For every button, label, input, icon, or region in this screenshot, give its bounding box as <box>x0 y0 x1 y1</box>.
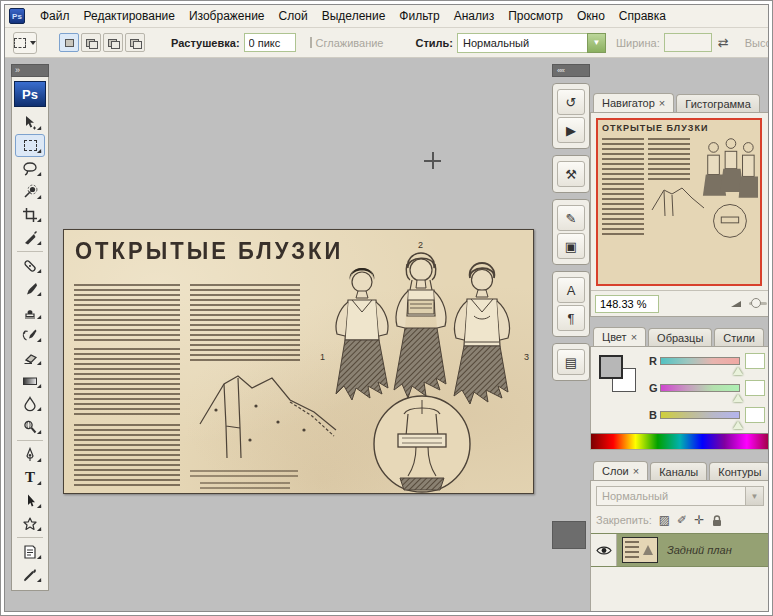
feather-label: Растушевка: <box>171 37 240 49</box>
dropdown-arrow-icon[interactable]: ▼ <box>587 33 606 53</box>
blur-tool[interactable] <box>15 392 45 415</box>
notes-tool[interactable] <box>15 540 45 563</box>
menu-select[interactable]: Выделение <box>315 6 393 26</box>
navigator-panel: Навигатор× Гистограмма ОТКРЫТЫЕ БЛУЗКИ <box>590 91 769 317</box>
lock-pixels-icon[interactable]: ✐ <box>677 513 687 527</box>
brush-tool[interactable] <box>15 277 45 300</box>
red-slider-thumb[interactable] <box>733 367 743 375</box>
add-to-selection-button[interactable] <box>81 33 101 52</box>
navigator-proxy-view[interactable]: ОТКРЫТЫЕ БЛУЗКИ <box>596 118 762 286</box>
tab-channels[interactable]: Каналы <box>650 462 707 480</box>
intersect-selection-button[interactable] <box>125 33 145 52</box>
chevron-down-icon <box>30 41 36 45</box>
tab-close-icon[interactable]: × <box>659 97 665 109</box>
layer-comps-panel-icon[interactable]: ▤ <box>557 349 585 375</box>
red-channel-slider[interactable] <box>660 357 740 365</box>
tool-flyout-indicator <box>37 578 41 582</box>
lock-position-icon[interactable]: ✛ <box>694 513 704 527</box>
healing-brush-tool[interactable] <box>15 254 45 277</box>
photoshop-logo[interactable]: Ps <box>14 81 46 107</box>
subtract-from-selection-button[interactable] <box>103 33 123 52</box>
crop-tool[interactable] <box>15 203 45 226</box>
layers-body: Нормальный ▼ Закрепить: ▨ ✐ ✛ <box>590 480 769 612</box>
tab-paths[interactable]: Контуры <box>709 462 769 480</box>
selection-mode-group <box>59 33 145 52</box>
menu-window[interactable]: Окно <box>570 6 612 26</box>
gradient-tool[interactable] <box>15 369 45 392</box>
type-tool[interactable]: T <box>15 466 45 489</box>
tab-swatches[interactable]: Образцы <box>648 328 712 346</box>
zoom-slider[interactable] <box>749 302 767 305</box>
history-panel-icon[interactable]: ↺ <box>557 89 585 115</box>
history-brush-tool[interactable] <box>15 323 45 346</box>
color-spectrum-ramp[interactable] <box>591 433 769 449</box>
layer-visibility-toggle[interactable] <box>591 534 617 566</box>
green-channel-slider[interactable] <box>660 384 740 392</box>
style-dropdown[interactable]: Нормальный ▼ <box>457 33 606 53</box>
layer-row-background[interactable]: Задний план <box>591 533 769 567</box>
zoom-percentage-input[interactable] <box>595 295 659 313</box>
quick-selection-tool[interactable] <box>15 180 45 203</box>
zoom-out-icon[interactable] <box>731 301 741 307</box>
add-selection-icon2 <box>89 41 98 49</box>
character-panel-icon[interactable]: A <box>557 277 585 303</box>
blue-channel-slider[interactable] <box>660 411 740 419</box>
slice-tool[interactable] <box>15 226 45 249</box>
green-value-input[interactable] <box>745 380 765 396</box>
tool-presets-panel-icon[interactable]: ⚒ <box>557 161 585 187</box>
tab-navigator[interactable]: Навигатор× <box>593 93 674 112</box>
new-selection-button[interactable] <box>59 33 79 52</box>
feather-input[interactable] <box>244 33 296 52</box>
antialias-checkbox[interactable] <box>310 37 312 48</box>
dodge-tool[interactable] <box>15 415 45 438</box>
lasso-tool[interactable] <box>15 157 45 180</box>
tab-close-icon[interactable]: × <box>631 331 637 343</box>
brushes-panel-icon[interactable]: ✎ <box>557 205 585 231</box>
menu-file[interactable]: Файл <box>33 6 77 26</box>
clone-source-panel-icon[interactable]: ▣ <box>557 233 585 259</box>
custom-shape-tool[interactable] <box>15 512 45 535</box>
tools-collapse-bar[interactable]: » <box>11 64 49 77</box>
tab-layers[interactable]: Слои× <box>593 461 648 480</box>
paragraph-panel-icon[interactable]: ¶ <box>557 305 585 331</box>
red-value-input[interactable] <box>745 353 765 369</box>
tab-histogram[interactable]: Гистограмма <box>676 94 760 112</box>
tab-styles[interactable]: Стили <box>714 328 764 346</box>
panels-collapse-bar[interactable]: «« <box>552 64 590 77</box>
lock-all-icon[interactable] <box>711 514 723 527</box>
width-input[interactable] <box>664 33 712 52</box>
tab-color[interactable]: Цвет× <box>593 327 646 346</box>
blue-slider-thumb[interactable] <box>733 421 743 429</box>
blend-mode-row: Нормальный ▼ <box>596 486 764 506</box>
antialias-label: Сглаживание <box>316 37 384 49</box>
green-slider-thumb[interactable] <box>733 394 743 402</box>
eyedropper-tool[interactable] <box>15 563 45 586</box>
blue-value-input[interactable] <box>745 407 765 423</box>
document-canvas[interactable]: ОТКРЫТЫЕ БЛУЗКИ <box>63 229 534 494</box>
foreground-color-swatch[interactable] <box>599 355 623 379</box>
menu-view[interactable]: Просмотр <box>501 6 570 26</box>
path-selection-tool[interactable] <box>15 489 45 512</box>
clone-stamp-tool[interactable] <box>15 300 45 323</box>
tab-close-icon[interactable]: × <box>633 465 639 477</box>
tool-preset-picker[interactable] <box>13 32 37 54</box>
zoom-slider-thumb[interactable] <box>751 298 761 308</box>
blend-mode-dropdown[interactable]: Нормальный ▼ <box>596 486 764 506</box>
eraser-tool[interactable] <box>15 346 45 369</box>
swap-dimensions-icon[interactable]: ⇄ <box>718 35 729 50</box>
actions-panel-icon[interactable]: ▶ <box>557 117 585 143</box>
rectangular-marquee-tool[interactable] <box>15 134 45 157</box>
eye-icon <box>596 545 612 556</box>
menu-filter[interactable]: Фильтр <box>392 6 446 26</box>
pen-tool[interactable] <box>15 443 45 466</box>
strip-group-3: ✎ ▣ <box>552 199 590 265</box>
menu-image[interactable]: Изображение <box>182 6 272 26</box>
move-tool[interactable] <box>15 111 45 134</box>
layer-thumbnail[interactable] <box>622 537 658 563</box>
tool-flyout-indicator <box>37 338 41 342</box>
menu-edit[interactable]: Редактирование <box>77 6 182 26</box>
menu-layer[interactable]: Слой <box>272 6 315 26</box>
lock-transparency-icon[interactable]: ▨ <box>659 513 670 527</box>
menu-help[interactable]: Справка <box>612 6 673 26</box>
menu-analysis[interactable]: Анализ <box>447 6 502 26</box>
